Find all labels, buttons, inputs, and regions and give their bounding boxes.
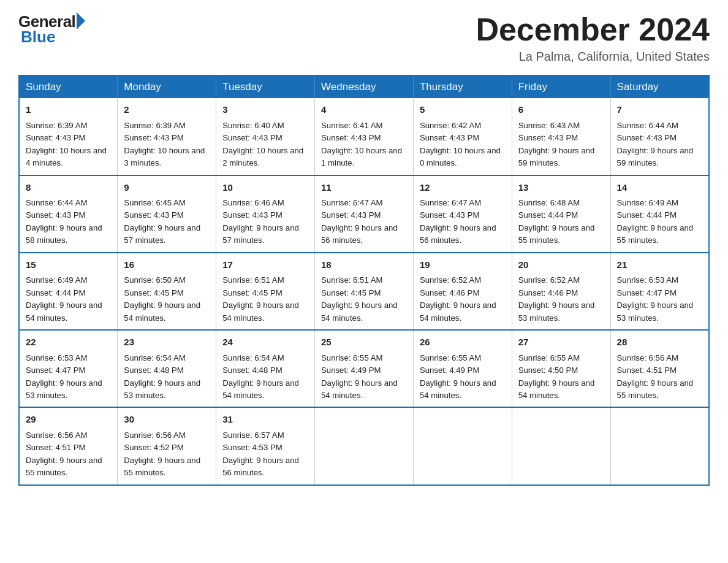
day-number: 29 — [26, 413, 111, 427]
day-number: 18 — [321, 258, 407, 272]
day-info: Sunrise: 6:42 AMSunset: 4:43 PMDaylight:… — [420, 121, 501, 167]
day-number: 9 — [124, 181, 210, 195]
table-row: 8 Sunrise: 6:44 AMSunset: 4:43 PMDayligh… — [19, 175, 118, 253]
table-row: 21 Sunrise: 6:53 AMSunset: 4:47 PMDaylig… — [610, 253, 709, 330]
day-number: 8 — [26, 181, 111, 195]
day-info: Sunrise: 6:55 AMSunset: 4:50 PMDaylight:… — [518, 353, 595, 400]
table-row: 28 Sunrise: 6:56 AMSunset: 4:51 PMDaylig… — [610, 330, 709, 407]
day-number: 6 — [518, 103, 604, 117]
table-row: 4 Sunrise: 6:41 AMSunset: 4:43 PMDayligh… — [315, 98, 414, 175]
table-row: 26 Sunrise: 6:55 AMSunset: 4:49 PMDaylig… — [413, 330, 512, 407]
table-row: 10 Sunrise: 6:46 AMSunset: 4:43 PMDaylig… — [216, 175, 315, 253]
table-row: 20 Sunrise: 6:52 AMSunset: 4:46 PMDaylig… — [512, 253, 610, 330]
calendar-table: Sunday Monday Tuesday Wednesday Thursday… — [18, 75, 710, 486]
day-info: Sunrise: 6:57 AMSunset: 4:53 PMDaylight:… — [222, 431, 299, 477]
table-row: 22 Sunrise: 6:53 AMSunset: 4:47 PMDaylig… — [19, 330, 118, 407]
logo: General Blue — [18, 12, 85, 47]
day-number: 3 — [222, 103, 308, 117]
location-subtitle: La Palma, California, United States — [476, 50, 710, 64]
table-row — [512, 407, 610, 484]
day-number: 13 — [518, 181, 604, 195]
day-number: 11 — [321, 181, 407, 195]
day-number: 2 — [124, 103, 210, 117]
table-row: 17 Sunrise: 6:51 AMSunset: 4:45 PMDaylig… — [216, 253, 315, 330]
table-row: 27 Sunrise: 6:55 AMSunset: 4:50 PMDaylig… — [512, 330, 610, 407]
month-title: December 2024 — [476, 12, 710, 47]
table-row — [413, 407, 512, 484]
day-info: Sunrise: 6:44 AMSunset: 4:43 PMDaylight:… — [26, 198, 102, 245]
col-monday: Monday — [118, 75, 216, 98]
table-row: 15 Sunrise: 6:49 AMSunset: 4:44 PMDaylig… — [19, 253, 118, 330]
day-number: 10 — [222, 181, 308, 195]
table-row: 19 Sunrise: 6:52 AMSunset: 4:46 PMDaylig… — [413, 253, 512, 330]
day-info: Sunrise: 6:55 AMSunset: 4:49 PMDaylight:… — [321, 353, 398, 400]
day-number: 4 — [321, 103, 407, 117]
table-row: 5 Sunrise: 6:42 AMSunset: 4:43 PMDayligh… — [413, 98, 512, 175]
table-row: 30 Sunrise: 6:56 AMSunset: 4:52 PMDaylig… — [118, 407, 216, 484]
day-info: Sunrise: 6:53 AMSunset: 4:47 PMDaylight:… — [26, 353, 102, 400]
day-number: 26 — [420, 335, 506, 350]
day-info: Sunrise: 6:39 AMSunset: 4:43 PMDaylight:… — [124, 121, 205, 167]
col-sunday: Sunday — [19, 75, 118, 98]
day-number: 23 — [124, 335, 210, 350]
day-number: 1 — [26, 103, 111, 117]
day-info: Sunrise: 6:48 AMSunset: 4:44 PMDaylight:… — [518, 198, 595, 245]
table-row: 16 Sunrise: 6:50 AMSunset: 4:45 PMDaylig… — [118, 253, 216, 330]
day-info: Sunrise: 6:41 AMSunset: 4:43 PMDaylight:… — [321, 121, 402, 167]
day-info: Sunrise: 6:46 AMSunset: 4:43 PMDaylight:… — [222, 198, 299, 245]
day-number: 20 — [518, 258, 604, 272]
day-info: Sunrise: 6:50 AMSunset: 4:45 PMDaylight:… — [124, 275, 200, 322]
table-row: 23 Sunrise: 6:54 AMSunset: 4:48 PMDaylig… — [118, 330, 216, 407]
day-info: Sunrise: 6:49 AMSunset: 4:44 PMDaylight:… — [617, 198, 694, 245]
table-row: 7 Sunrise: 6:44 AMSunset: 4:43 PMDayligh… — [610, 98, 709, 175]
table-row: 13 Sunrise: 6:48 AMSunset: 4:44 PMDaylig… — [512, 175, 610, 253]
calendar-week-3: 15 Sunrise: 6:49 AMSunset: 4:44 PMDaylig… — [19, 253, 709, 330]
day-info: Sunrise: 6:54 AMSunset: 4:48 PMDaylight:… — [222, 353, 299, 400]
day-info: Sunrise: 6:55 AMSunset: 4:49 PMDaylight:… — [420, 353, 496, 400]
day-info: Sunrise: 6:52 AMSunset: 4:46 PMDaylight:… — [420, 275, 496, 322]
day-number: 15 — [26, 258, 111, 272]
day-number: 16 — [124, 258, 210, 272]
table-row: 6 Sunrise: 6:43 AMSunset: 4:43 PMDayligh… — [512, 98, 610, 175]
table-row: 3 Sunrise: 6:40 AMSunset: 4:43 PMDayligh… — [216, 98, 315, 175]
calendar-week-1: 1 Sunrise: 6:39 AMSunset: 4:43 PMDayligh… — [19, 98, 709, 175]
table-row: 14 Sunrise: 6:49 AMSunset: 4:44 PMDaylig… — [610, 175, 709, 253]
table-row — [315, 407, 414, 484]
day-info: Sunrise: 6:39 AMSunset: 4:43 PMDaylight:… — [26, 121, 107, 167]
day-info: Sunrise: 6:56 AMSunset: 4:51 PMDaylight:… — [26, 431, 102, 477]
title-block: December 2024 La Palma, California, Unit… — [476, 12, 710, 64]
day-number: 19 — [420, 258, 506, 272]
day-info: Sunrise: 6:52 AMSunset: 4:46 PMDaylight:… — [518, 275, 595, 322]
table-row: 25 Sunrise: 6:55 AMSunset: 4:49 PMDaylig… — [315, 330, 414, 407]
day-info: Sunrise: 6:44 AMSunset: 4:43 PMDaylight:… — [617, 121, 694, 167]
page-header: General Blue December 2024 La Palma, Cal… — [18, 12, 710, 64]
day-number: 25 — [321, 335, 407, 350]
table-row: 31 Sunrise: 6:57 AMSunset: 4:53 PMDaylig… — [216, 407, 315, 484]
day-number: 7 — [617, 103, 702, 117]
day-number: 28 — [617, 335, 702, 350]
day-info: Sunrise: 6:56 AMSunset: 4:52 PMDaylight:… — [124, 431, 200, 477]
day-number: 21 — [617, 258, 702, 272]
day-info: Sunrise: 6:54 AMSunset: 4:48 PMDaylight:… — [124, 353, 200, 400]
table-row: 24 Sunrise: 6:54 AMSunset: 4:48 PMDaylig… — [216, 330, 315, 407]
table-row: 29 Sunrise: 6:56 AMSunset: 4:51 PMDaylig… — [19, 407, 118, 484]
day-number: 22 — [26, 335, 111, 350]
table-row: 18 Sunrise: 6:51 AMSunset: 4:45 PMDaylig… — [315, 253, 414, 330]
day-number: 12 — [420, 181, 506, 195]
col-thursday: Thursday — [413, 75, 512, 98]
table-row: 1 Sunrise: 6:39 AMSunset: 4:43 PMDayligh… — [19, 98, 118, 175]
calendar-header-row: Sunday Monday Tuesday Wednesday Thursday… — [19, 75, 709, 98]
day-info: Sunrise: 6:43 AMSunset: 4:43 PMDaylight:… — [518, 121, 595, 167]
table-row: 2 Sunrise: 6:39 AMSunset: 4:43 PMDayligh… — [118, 98, 216, 175]
day-info: Sunrise: 6:51 AMSunset: 4:45 PMDaylight:… — [222, 275, 299, 322]
day-info: Sunrise: 6:56 AMSunset: 4:51 PMDaylight:… — [617, 353, 694, 400]
day-number: 31 — [222, 413, 308, 427]
day-number: 5 — [420, 103, 506, 117]
logo-arrow-icon — [77, 12, 85, 29]
day-info: Sunrise: 6:47 AMSunset: 4:43 PMDaylight:… — [420, 198, 496, 245]
calendar-week-2: 8 Sunrise: 6:44 AMSunset: 4:43 PMDayligh… — [19, 175, 709, 253]
day-info: Sunrise: 6:40 AMSunset: 4:43 PMDaylight:… — [222, 121, 303, 167]
day-info: Sunrise: 6:51 AMSunset: 4:45 PMDaylight:… — [321, 275, 398, 322]
day-number: 17 — [222, 258, 308, 272]
col-tuesday: Tuesday — [216, 75, 315, 98]
